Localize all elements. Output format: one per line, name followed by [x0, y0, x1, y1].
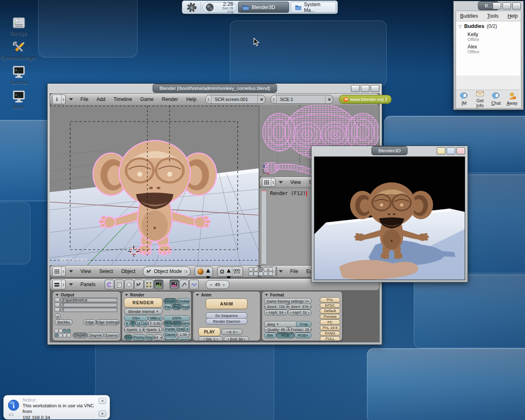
osa-5-button[interactable]: 5 — [124, 321, 130, 326]
size-100-button[interactable]: 100% — [163, 315, 190, 321]
aspx-stepper[interactable]: AspX: 54 — [264, 310, 288, 315]
window-close-button[interactable] — [512, 2, 521, 9]
shadow-toggle[interactable]: Shado — [163, 298, 177, 304]
odd-toggle[interactable]: Odd — [177, 326, 185, 332]
logic-context-button[interactable] — [105, 280, 114, 289]
border-toggle[interactable]: Border — [163, 337, 177, 341]
layer-toggle[interactable] — [268, 272, 273, 276]
gauss-value-slider[interactable]: 1.00 — [177, 332, 190, 337]
layer-toggle[interactable] — [264, 272, 268, 276]
backbuf-path-field[interactable]: // — [55, 303, 117, 307]
sizex-stepper[interactable]: SizeX: 720 — [264, 304, 288, 310]
key-toggle[interactable]: Key — [145, 335, 154, 340]
pal-button[interactable]: PAL — [320, 297, 340, 303]
pal169-button[interactable]: PAL 16:9 — [320, 325, 340, 330]
rgb-toggle[interactable]: RGB — [276, 333, 295, 338]
engine-menu[interactable]: Blender Internal — [124, 308, 163, 314]
osa-8-button[interactable]: 8 — [130, 321, 136, 326]
octree-menu[interactable]: 64 — [154, 335, 163, 340]
text-editor-scrollbar[interactable] — [261, 190, 267, 264]
bw-toggle[interactable]: BW — [264, 333, 276, 338]
ray-toggle[interactable]: Ray — [172, 304, 181, 310]
game-framing-button[interactable]: Game framing settings >> — [264, 298, 312, 304]
draw-mode-stepper[interactable]: ▲▼ — [205, 267, 211, 276]
scene-clear-button[interactable]: ✕ — [325, 95, 333, 103]
preview-button[interactable]: Preview — [320, 314, 340, 319]
scene-link-menu[interactable]: ▴▾ — [55, 314, 61, 319]
file-select-icon[interactable] — [55, 303, 60, 307]
envmap-toggle[interactable]: EnvMa — [177, 298, 190, 304]
3d-viewport[interactable]: (49) Cornelius — [50, 105, 259, 265]
desktop-icon-systemmanager[interactable]: SystemManager — [0, 40, 38, 61]
size-50-button[interactable]: 50% — [172, 321, 182, 326]
edge-button[interactable]: Edge — [83, 319, 96, 325]
pano-button[interactable]: PANO — [320, 331, 340, 336]
layer-toggle[interactable] — [254, 267, 258, 271]
tray-gear-button[interactable]: S — [183, 2, 201, 13]
panels-label[interactable]: Panels — [80, 282, 96, 287]
edge-settings-button[interactable]: Edge Settings — [96, 319, 119, 325]
full-button[interactable]: FULL — [320, 336, 340, 341]
desktop-icon-bash[interactable]: >_ Bash — [0, 90, 38, 110]
layer-buttons[interactable] — [249, 267, 273, 276]
collapse-triangle-icon[interactable] — [279, 181, 283, 184]
extensions-button[interactable]: Extensi — [104, 333, 119, 338]
fields-toggle[interactable]: Fields — [163, 326, 177, 332]
layer-toggle[interactable] — [249, 272, 253, 276]
blur-factor-slider[interactable]: f: 0.50 — [148, 321, 163, 326]
menu-render[interactable]: Render — [162, 96, 178, 102]
editor-stepper[interactable]: ▲▼ — [61, 267, 65, 276]
menu-view[interactable]: View — [80, 269, 91, 274]
panel-title[interactable]: Render — [125, 293, 144, 297]
proportional-edit-icon[interactable] — [232, 267, 241, 276]
mblur-toggle[interactable]: MBLU — [148, 315, 163, 321]
draw-mode-button[interactable]: ▲▼ — [195, 266, 213, 277]
script-context-button[interactable] — [115, 280, 124, 289]
cell-toggle[interactable] — [67, 333, 71, 337]
window-maximize-button[interactable] — [361, 85, 369, 92]
anim-subcontext-button[interactable] — [179, 280, 189, 289]
menu-file[interactable]: File — [290, 269, 298, 274]
gauss-toggle[interactable]: Gauss — [163, 332, 177, 337]
editor-stepper[interactable]: ▲▼ — [61, 95, 65, 104]
notification-expand-button[interactable]: ▼ — [99, 411, 106, 417]
menu-help[interactable]: Help — [186, 96, 197, 102]
menu-add[interactable]: Add — [96, 96, 105, 102]
anim-button[interactable]: ANIM — [206, 298, 248, 309]
collapse-triangle-icon[interactable]: ▽ — [459, 24, 462, 29]
window-close-button[interactable] — [371, 85, 379, 92]
gamma-toggle[interactable]: Gamma — [177, 337, 190, 341]
dispwin-button[interactable]: DispWi — [73, 333, 88, 338]
mode-stepper[interactable]: ▲▼ — [184, 270, 188, 273]
render-window-title[interactable]: Blender3D — [371, 146, 408, 155]
sky-toggle[interactable]: Sky — [124, 335, 133, 340]
filetype-menu[interactable]: Jpeg — [264, 321, 298, 327]
cell-toggle[interactable] — [63, 329, 66, 333]
x-toggle[interactable]: X — [185, 326, 190, 332]
window-close-button[interactable] — [456, 147, 465, 154]
layer-toggle[interactable] — [249, 267, 253, 271]
quality-stepper[interactable]: Quality: 95 — [264, 327, 289, 333]
window-maximize-button[interactable] — [447, 147, 455, 154]
pano-toggle[interactable]: Pan — [163, 304, 172, 310]
radio-toggle[interactable]: Radi — [181, 304, 190, 310]
cell-toggle[interactable] — [55, 333, 58, 337]
collapse-triangle-icon[interactable] — [279, 270, 283, 273]
window-minimize-button[interactable] — [351, 85, 360, 92]
panel-title[interactable]: Output — [55, 293, 74, 297]
end-frame-stepper[interactable]: End: 50 — [224, 336, 249, 341]
pivot-stepper[interactable]: ▲▼ — [225, 267, 232, 276]
rotation-icon[interactable]: Ω — [219, 269, 225, 275]
task-button-blender[interactable]: Blender3D — [238, 2, 289, 13]
menu-object[interactable]: Object — [121, 269, 135, 274]
panel-title[interactable]: Anim — [196, 293, 211, 297]
do-sequence-toggle[interactable]: Do Sequence — [206, 312, 248, 319]
screen-selector[interactable]: ▲▼ SCR:screen.001 ✕ — [205, 95, 266, 104]
ntsc-button[interactable]: NTSC — [320, 303, 340, 308]
scene-stepper[interactable]: ▲▼ — [271, 95, 277, 103]
xparts-stepper[interactable]: Xparts: 1 — [124, 327, 144, 333]
cell-toggle[interactable] — [55, 329, 58, 333]
buddy-item-kelly[interactable]: Kelly Offline — [456, 29, 520, 42]
render-subcontext-button[interactable] — [170, 280, 179, 289]
buddies-group-row[interactable]: ▽ Buddies (0/2) — [456, 21, 520, 29]
